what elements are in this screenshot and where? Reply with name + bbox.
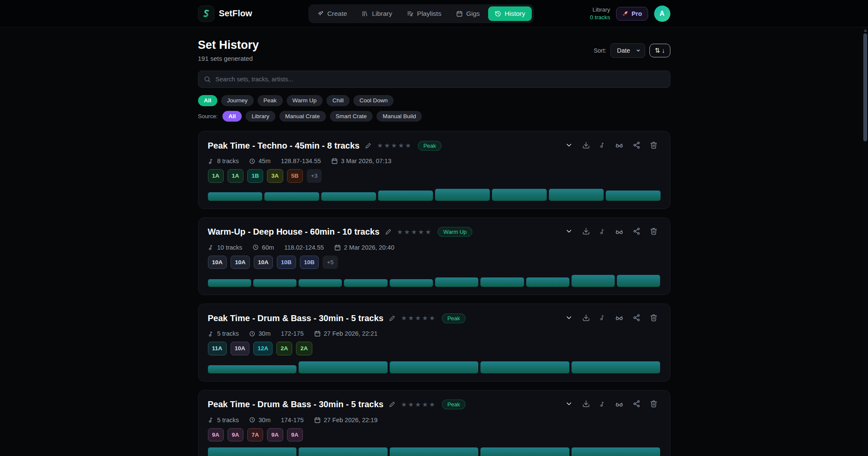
trash-button[interactable]: [647, 140, 661, 152]
avatar[interactable]: A: [654, 6, 670, 22]
source-chip-smart-crate[interactable]: Smart Crate: [330, 111, 373, 122]
trash-icon: [650, 314, 658, 322]
sort-order-button[interactable]: ⇅ ↓: [649, 44, 670, 57]
card-actions: [562, 226, 661, 238]
source-chip-manual-crate[interactable]: Manual Crate: [279, 111, 326, 122]
set-type-badge: Warm Up: [438, 227, 472, 237]
share-button[interactable]: [630, 140, 643, 152]
scrollbar-track[interactable]: [862, 27, 868, 456]
rating-stars[interactable]: ★★★★★: [377, 142, 412, 149]
download-button[interactable]: [579, 398, 593, 411]
nav-item-history[interactable]: History: [488, 6, 532, 21]
chevron-down-button[interactable]: [562, 312, 576, 325]
music-note-button[interactable]: [596, 227, 609, 238]
source-chip-library[interactable]: Library: [246, 111, 275, 122]
source-chip-manual-build[interactable]: Manual Build: [376, 111, 422, 122]
calendar-icon: [314, 330, 321, 337]
filter-chip-chill[interactable]: Chill: [326, 95, 350, 106]
filter-chip-journey[interactable]: Journey: [221, 95, 254, 106]
card-actions: [562, 312, 661, 325]
filter-chip-peak[interactable]: Peak: [258, 95, 283, 106]
music-note-button[interactable]: [596, 140, 609, 151]
page-title: Set History: [198, 39, 259, 52]
download-button[interactable]: [579, 312, 593, 325]
brand[interactable]: SetFlow: [198, 6, 252, 22]
search-input[interactable]: [198, 71, 670, 88]
set-type-badge: Peak: [442, 399, 466, 409]
set-meta: 5 tracks30m172-17527 Feb 2026, 22:21: [208, 330, 661, 337]
set-history-list: Peak Time - Techno - 45min - 8 tracks ★★…: [198, 131, 670, 456]
energy-bar: [264, 192, 319, 201]
music-note-button[interactable]: [596, 313, 609, 324]
key-badges: 9A9A7A9A9A: [208, 428, 661, 442]
glasses-icon: [615, 400, 623, 408]
source-chip-all[interactable]: All: [222, 111, 242, 122]
music-note-icon: [208, 244, 214, 250]
clock-icon: [249, 158, 255, 164]
energy-bar: [390, 447, 479, 456]
sort-select[interactable]: Date: [610, 43, 645, 58]
share-button[interactable]: [630, 312, 643, 325]
key-overflow-badge: +3: [307, 169, 322, 183]
glasses-button[interactable]: [612, 226, 626, 238]
trash-button[interactable]: [647, 226, 661, 238]
filter-chip-cool-down[interactable]: Cool Down: [353, 95, 394, 106]
pro-button[interactable]: Pro: [616, 7, 648, 21]
scrollbar-thumb[interactable]: [863, 33, 867, 141]
glasses-button[interactable]: [612, 139, 626, 152]
rating-stars[interactable]: ★★★★★: [397, 228, 432, 236]
download-button[interactable]: [579, 226, 593, 238]
energy-bar: [208, 365, 297, 373]
rating-stars[interactable]: ★★★★★: [401, 401, 436, 408]
nav-item-create[interactable]: Create: [311, 6, 354, 21]
energy-bar: [390, 361, 479, 373]
key-overflow-badge: +5: [323, 256, 338, 269]
nav-item-library[interactable]: Library: [355, 6, 398, 21]
music-note-icon: [599, 228, 606, 235]
download-button[interactable]: [579, 140, 593, 152]
energy-bar: [572, 361, 661, 373]
share-button[interactable]: [630, 398, 643, 411]
library-stats: Library 0 tracks: [590, 6, 610, 21]
calendar-icon: [314, 417, 321, 423]
key-badge: 9A: [267, 428, 283, 442]
download-icon: [582, 314, 590, 322]
edit-icon[interactable]: [385, 229, 391, 235]
nav-item-gigs[interactable]: Gigs: [450, 6, 486, 21]
sort-label: Sort:: [594, 47, 607, 54]
trash-button[interactable]: [647, 312, 661, 325]
set-title: Peak Time - Drum & Bass - 30min - 5 trac…: [208, 313, 384, 323]
filter-chip-warm-up[interactable]: Warm Up: [287, 95, 323, 106]
edit-icon[interactable]: [389, 315, 395, 322]
track-count: 5 tracks: [208, 330, 239, 337]
energy-bar: [299, 279, 342, 287]
page-subtitle: 191 sets generated: [198, 55, 259, 62]
glasses-button[interactable]: [612, 398, 626, 411]
library-stats-label: Library: [590, 6, 610, 14]
chevron-down-icon: [565, 314, 573, 322]
energy-bar: [617, 275, 660, 287]
chevron-down-button[interactable]: [562, 140, 576, 152]
rating-stars[interactable]: ★★★★★: [401, 314, 436, 322]
app-header: SetFlow Create Library Playlists Gigs Hi…: [0, 0, 868, 27]
energy-bar: [390, 279, 433, 287]
set-meta: 8 tracks45m128.87-134.553 Mar 2026, 07:1…: [208, 158, 661, 164]
glasses-button[interactable]: [612, 312, 626, 325]
chevron-down-button[interactable]: [562, 398, 576, 411]
trash-button[interactable]: [647, 398, 661, 411]
energy-bar: [435, 277, 478, 287]
scrollbar-up-arrow-icon[interactable]: [864, 29, 867, 32]
energy-bars: [208, 361, 661, 373]
edit-icon[interactable]: [365, 143, 371, 149]
share-button[interactable]: [630, 226, 643, 238]
sparkles-icon: [317, 10, 324, 17]
music-note-button[interactable]: [596, 399, 609, 410]
nav-item-playlists[interactable]: Playlists: [400, 6, 448, 21]
energy-bar: [549, 189, 604, 201]
key-badge: 3A: [267, 169, 283, 183]
chevron-down-button[interactable]: [562, 226, 576, 238]
filter-chip-all[interactable]: All: [198, 95, 217, 106]
edit-icon[interactable]: [389, 401, 395, 408]
energy-bar: [526, 277, 569, 287]
chevron-down-icon: [565, 400, 573, 408]
